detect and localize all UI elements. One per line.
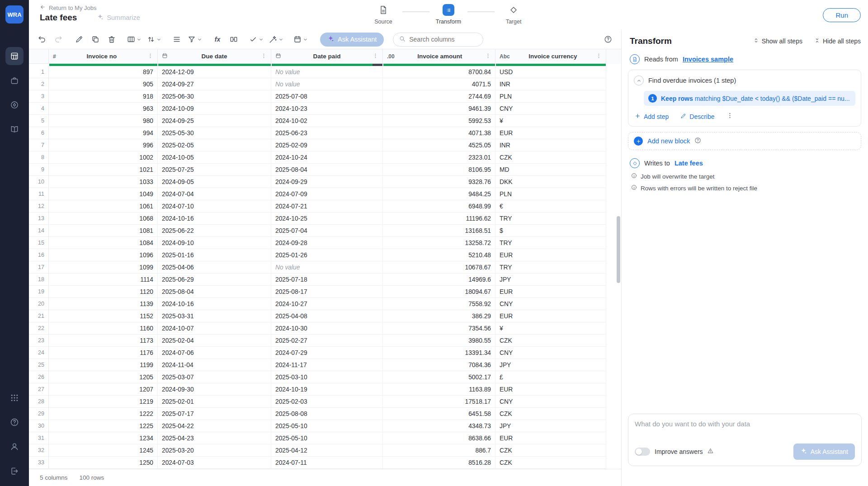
- row-number-cell[interactable]: 7: [29, 139, 49, 151]
- row-number-cell[interactable]: 26: [29, 371, 49, 383]
- step-transform[interactable]: Transform: [429, 4, 467, 25]
- invoice-no-cell[interactable]: 905: [49, 78, 158, 90]
- date-paid-cell[interactable]: 2025-02-03: [271, 396, 383, 408]
- invoice-amount-cell[interactable]: 5002.17: [383, 371, 495, 383]
- validate-menu-button[interactable]: [248, 33, 265, 46]
- due-date-cell[interactable]: 2025-07-25: [158, 164, 271, 176]
- row-number-cell[interactable]: 16: [29, 249, 49, 261]
- row-number-cell[interactable]: 10: [29, 176, 49, 188]
- due-date-cell[interactable]: 2025-06-22: [158, 225, 271, 237]
- delete-button[interactable]: [105, 33, 118, 46]
- column-header-due-date[interactable]: Due date: [158, 49, 271, 64]
- date-paid-cell[interactable]: 2024-10-27: [271, 298, 383, 310]
- date-paid-cell[interactable]: 2025-08-04: [271, 164, 383, 176]
- column-menu-icon[interactable]: [147, 52, 153, 61]
- date-paid-cell[interactable]: No value: [271, 261, 383, 274]
- invoice-no-cell[interactable]: 1234: [49, 432, 158, 444]
- invoice-amount-cell[interactable]: 2323.01: [383, 151, 495, 164]
- app-logo[interactable]: WRA: [5, 5, 24, 24]
- invoice-no-cell[interactable]: 1205: [49, 371, 158, 383]
- sidebar-item-jobs[interactable]: [5, 47, 24, 65]
- due-date-cell[interactable]: 2024-10-05: [158, 151, 271, 164]
- column-header-invoice-no[interactable]: # Invoice no: [49, 49, 158, 64]
- undo-button[interactable]: [35, 33, 49, 46]
- invoice-amount-cell[interactable]: 2744.69: [383, 90, 495, 103]
- return-to-jobs-link[interactable]: Return to My Jobs: [40, 4, 140, 11]
- invoice-currency-cell[interactable]: DKK: [495, 176, 606, 188]
- add-step-button[interactable]: Add step: [635, 113, 669, 120]
- due-date-cell[interactable]: 2025-04-23: [158, 432, 271, 444]
- row-number-cell[interactable]: 6: [29, 127, 49, 139]
- invoice-currency-cell[interactable]: TRY: [495, 261, 606, 274]
- invoice-no-cell[interactable]: 980: [49, 115, 158, 127]
- invoice-currency-cell[interactable]: INR: [495, 139, 606, 151]
- ask-assistant-submit-button[interactable]: Ask Assistant: [793, 444, 855, 460]
- row-number-cell[interactable]: 31: [29, 432, 49, 444]
- invoice-currency-cell[interactable]: CZK: [495, 457, 606, 469]
- invoice-amount-cell[interactable]: 18094.67: [383, 286, 495, 298]
- date-paid-cell[interactable]: 2024-10-02: [271, 115, 383, 127]
- invoice-amount-cell[interactable]: 6451.58: [383, 408, 495, 420]
- columns-menu-button[interactable]: [126, 33, 143, 46]
- datetime-menu-button[interactable]: [292, 33, 309, 46]
- invoice-amount-cell[interactable]: 13168.51: [383, 225, 495, 237]
- date-paid-cell[interactable]: 2025-01-26: [271, 249, 383, 261]
- invoice-currency-cell[interactable]: JPY: [495, 359, 606, 371]
- invoice-amount-cell[interactable]: 13391.34: [383, 347, 495, 359]
- invoice-amount-cell[interactable]: 7558.92: [383, 298, 495, 310]
- due-date-cell[interactable]: 2025-06-29: [158, 274, 271, 286]
- invoices-sample-link[interactable]: Invoices sample: [683, 56, 733, 63]
- sidebar-item-docs[interactable]: [5, 120, 24, 138]
- invoice-currency-cell[interactable]: $: [495, 225, 606, 237]
- sidebar-item-help[interactable]: [5, 413, 24, 431]
- invoice-currency-cell[interactable]: CZK: [495, 151, 606, 164]
- add-new-block-button[interactable]: Add new block: [628, 132, 861, 150]
- redo-button[interactable]: [52, 33, 65, 46]
- row-number-cell[interactable]: 18: [29, 274, 49, 286]
- help-button[interactable]: [601, 33, 615, 46]
- invoice-currency-cell[interactable]: PLN: [495, 188, 606, 200]
- invoice-currency-cell[interactable]: EUR: [495, 432, 606, 444]
- sidebar-item-apps[interactable]: [5, 389, 24, 407]
- row-number-cell[interactable]: 30: [29, 420, 49, 432]
- invoice-amount-cell[interactable]: 386.29: [383, 310, 495, 322]
- invoice-no-cell[interactable]: 1139: [49, 298, 158, 310]
- assistant-prompt-input[interactable]: [635, 420, 855, 439]
- due-date-cell[interactable]: 2024-09-30: [158, 383, 271, 396]
- due-date-cell[interactable]: 2025-05-30: [158, 127, 271, 139]
- date-paid-cell[interactable]: 2024-10-19: [271, 383, 383, 396]
- sort-menu-button[interactable]: [146, 33, 163, 46]
- invoice-currency-cell[interactable]: JPY: [495, 420, 606, 432]
- date-paid-cell[interactable]: 2025-03-10: [271, 371, 383, 383]
- due-date-cell[interactable]: 2025-07-17: [158, 408, 271, 420]
- row-number-cell[interactable]: 11: [29, 188, 49, 200]
- due-date-cell[interactable]: 2025-03-20: [158, 444, 271, 457]
- invoice-currency-cell[interactable]: EUR: [495, 127, 606, 139]
- invoice-no-cell[interactable]: 1084: [49, 237, 158, 249]
- invoice-no-cell[interactable]: 1061: [49, 200, 158, 212]
- date-paid-cell[interactable]: 2024-10-30: [271, 322, 383, 335]
- describe-button[interactable]: Describe: [680, 113, 714, 120]
- invoice-no-cell[interactable]: 1096: [49, 249, 158, 261]
- invoice-no-cell[interactable]: 918: [49, 90, 158, 103]
- edit-button[interactable]: [72, 33, 86, 46]
- row-number-cell[interactable]: 27: [29, 383, 49, 396]
- row-number-cell[interactable]: 5: [29, 115, 49, 127]
- date-paid-cell[interactable]: 2025-06-23: [271, 127, 383, 139]
- invoice-amount-cell[interactable]: 8638.66: [383, 432, 495, 444]
- row-number-cell[interactable]: 19: [29, 286, 49, 298]
- run-button[interactable]: Run: [823, 8, 861, 22]
- invoice-currency-cell[interactable]: EUR: [495, 249, 606, 261]
- invoice-no-cell[interactable]: 1173: [49, 335, 158, 347]
- due-date-cell[interactable]: 2025-06-30: [158, 90, 271, 103]
- row-number-cell[interactable]: 17: [29, 261, 49, 274]
- vertical-scrollbar[interactable]: [617, 216, 620, 283]
- invoice-no-cell[interactable]: 1114: [49, 274, 158, 286]
- column-menu-icon[interactable]: [261, 52, 267, 61]
- due-date-cell[interactable]: 2025-03-31: [158, 310, 271, 322]
- due-date-cell[interactable]: 2024-11-04: [158, 359, 271, 371]
- row-number-cell[interactable]: 2: [29, 78, 49, 90]
- row-number-cell[interactable]: 13: [29, 212, 49, 225]
- invoice-currency-cell[interactable]: CZK: [495, 335, 606, 347]
- due-date-cell[interactable]: 2024-07-03: [158, 457, 271, 469]
